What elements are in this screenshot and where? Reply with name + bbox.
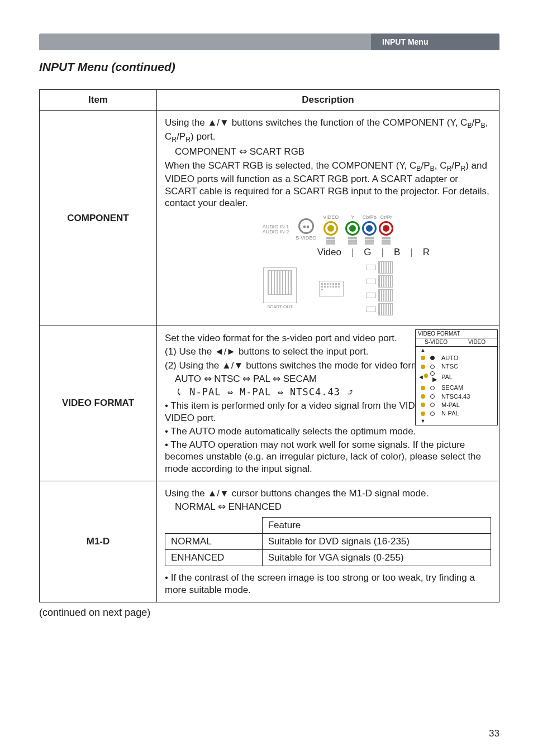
row-component-desc: Using the ▲/▼ buttons switches the funct…: [157, 111, 499, 326]
gbr-g: G: [364, 247, 371, 258]
row-videoformat-desc: Set the video format for the s-video por…: [157, 326, 499, 481]
inner-r1c2: Suitable for DVD signals (16-235): [262, 534, 491, 550]
col-head-item: Item: [40, 90, 157, 111]
component-ports-diagram: AUDIO IN 1 AUDIO IN 2 S-VIDEO VIDEO: [165, 214, 491, 245]
inner-r2c2: Suitable for VGA signals (0-255): [262, 550, 491, 566]
label-y: Y: [351, 214, 354, 220]
rca-y-icon: [345, 221, 360, 236]
m1d-inner-table: Feature NORMAL Suitable for DVD signals …: [165, 517, 491, 566]
osd-opt-2: PAL: [441, 374, 453, 381]
label-audio-in-2: AUDIO IN 2: [263, 229, 289, 235]
inner-h2: Feature: [262, 518, 491, 534]
col-head-desc: Description: [157, 90, 499, 111]
gbr-video: Video: [317, 247, 341, 258]
component-mode-line: COMPONENT ⇔ SCART RGB: [165, 146, 491, 157]
row-videoformat-item: VIDEO FORMAT: [40, 326, 157, 481]
header-bar: INPUT Menu: [39, 34, 499, 50]
svideo-port-icon: [298, 218, 314, 234]
m1d-note: • If the contrast of the screen image is…: [165, 572, 491, 596]
inner-r2c1: ENHANCED: [165, 550, 263, 566]
input-menu-table: Item Description COMPONENT Using the ▲/▼…: [39, 89, 499, 602]
osd-tab-video: VIDEO: [456, 338, 497, 346]
page-title: INPUT Menu (continued): [39, 60, 499, 74]
component-p2: When the SCART RGB is selected, the COMP…: [165, 160, 491, 209]
label-crpr: Cr/Pr: [380, 214, 392, 220]
scart-connector-icon: [263, 267, 297, 303]
osd-opt-5: M-PAL: [441, 401, 460, 409]
row-m1d-desc: Using the ▲/▼ cursor buttons changes the…: [157, 481, 499, 602]
rca-cr-icon: [379, 221, 393, 236]
component-p1: Using the ▲/▼ buttons switches the funct…: [165, 117, 491, 144]
label-cbpb: Cb/Pb: [363, 214, 377, 220]
vf-b2: • The AUTO mode automatically selects th…: [165, 425, 491, 437]
continued-note: (continued on next page): [39, 607, 499, 619]
grid-icon: [326, 237, 335, 245]
gbr-b: B: [394, 247, 400, 258]
osd-opt-3: SECAM: [441, 384, 463, 391]
gbr-r: R: [423, 247, 430, 258]
vga-connector-icon: [319, 281, 344, 296]
rca-cb-icon: [362, 221, 377, 236]
label-scart-out: SCART OUT: [267, 304, 293, 309]
cable-plugs-icon: [366, 261, 393, 315]
row-m1d-item: M1-D: [40, 481, 157, 602]
osd-tab-svideo: S-VIDEO: [416, 338, 456, 346]
osd-opt-0: AUTO: [441, 355, 458, 362]
header-section-tag: INPUT Menu: [371, 34, 499, 50]
osd-opt-4: NTSC4.43: [441, 393, 470, 400]
label-svideo: S-VIDEO: [296, 235, 316, 241]
osd-opt-1: NTSC: [441, 363, 458, 370]
rca-video-icon: [323, 221, 338, 236]
osd-video-format: VIDEO FORMAT S-VIDEO VIDEO ▲ AUTO NTSC ◄…: [415, 329, 498, 425]
label-video: VIDEO: [323, 214, 339, 220]
osd-title: VIDEO FORMAT: [416, 330, 497, 338]
inner-r1c1: NORMAL: [165, 534, 263, 550]
osd-opt-6: N-PAL: [441, 410, 459, 417]
scart-diagram: SCART OUT: [165, 261, 491, 315]
row-component-item: COMPONENT: [40, 111, 157, 326]
gbr-labels: Video| G| B| R: [165, 247, 491, 258]
vf-b3: • The AUTO operation may not work well f…: [165, 439, 491, 475]
m1d-mode-line: NORMAL ⇔ ENHANCED: [165, 501, 491, 513]
page-number: 33: [489, 728, 499, 739]
m1d-p1: Using the ▲/▼ cursor buttons changes the…: [165, 487, 491, 499]
